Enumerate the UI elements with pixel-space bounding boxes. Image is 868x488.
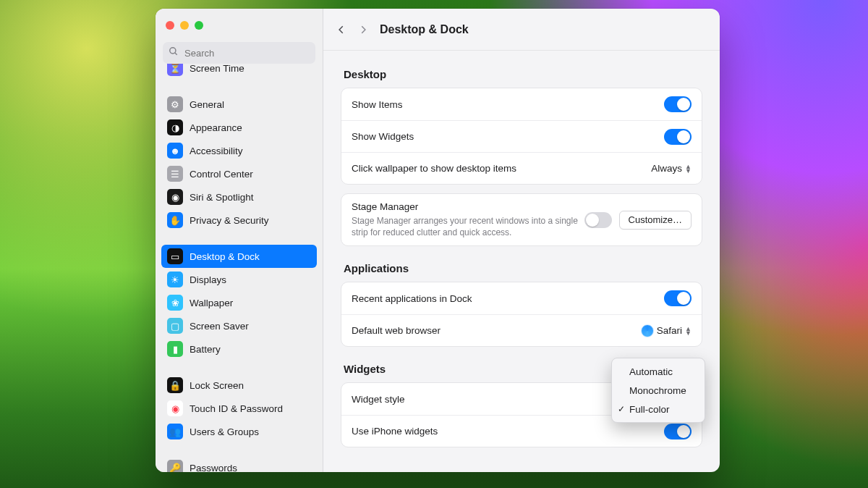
sidebar-item-appearance[interactable]: ◑Appearance [161, 116, 317, 139]
sidebar-item-label: Appearance [190, 122, 242, 133]
sidebar-icon: ☻ [167, 143, 183, 159]
sidebar-item-label: General [190, 99, 224, 110]
sidebar-icon: 🔒 [167, 377, 183, 393]
sidebar-item-users-groups[interactable]: 👥Users & Groups [161, 420, 317, 443]
sidebar-item-passwords[interactable]: 🔑Passwords [161, 456, 317, 472]
row-default-browser: Default web browser Safari ▲▼ [341, 314, 702, 346]
desc-stage-manager: Stage Manager arranges your recent windo… [352, 215, 583, 238]
customize-button[interactable]: Customize… [619, 211, 692, 230]
popup-option-label: Automatic [629, 366, 673, 377]
popup-option-label: Monochrome [629, 385, 686, 396]
sidebar-item-label: Screen Saver [190, 321, 249, 332]
section-title-applications: Applications [344, 262, 699, 274]
select-click-wallpaper[interactable]: Always ▲▼ [651, 163, 692, 174]
sidebar-item-label: Privacy & Security [190, 215, 269, 226]
label-click-wallpaper: Click wallpaper to show desktop items [352, 163, 516, 174]
label-show-widgets: Show Widgets [352, 131, 414, 142]
sidebar-icon: 🔑 [167, 460, 183, 472]
sidebar: ⏳Screen Time⚙General◑Appearance☻Accessib… [156, 9, 323, 472]
sidebar-item-label: Battery [190, 344, 221, 355]
sidebar-icon: ☰ [167, 166, 183, 182]
sidebar-item-accessibility[interactable]: ☻Accessibility [161, 139, 317, 162]
row-recent-apps: Recent applications in Dock [341, 282, 702, 314]
sidebar-icon: ⚙ [167, 96, 183, 112]
sidebar-icon: ▭ [167, 248, 183, 264]
popup-option-automatic[interactable]: Automatic [612, 362, 705, 381]
toggle-use-iphone-widgets[interactable] [664, 424, 692, 439]
section-title-desktop: Desktop [344, 68, 699, 80]
updown-icon: ▲▼ [685, 327, 692, 335]
row-stage-manager: Stage Manager Stage Manager arranges you… [341, 194, 702, 245]
svg-point-0 [170, 48, 176, 54]
sidebar-item-label: Lock Screen [190, 380, 244, 391]
popup-option-label: Full-color [629, 404, 670, 415]
label-show-items: Show Items [352, 99, 403, 110]
sidebar-icon: ◉ [167, 400, 183, 416]
sidebar-nav[interactable]: ⏳Screen Time⚙General◑Appearance☻Accessib… [156, 55, 323, 472]
sidebar-item-touch-id-password[interactable]: ◉Touch ID & Password [161, 397, 317, 420]
sidebar-item-label: Displays [190, 274, 226, 285]
sidebar-icon: ▮ [167, 341, 183, 357]
group-applications: Recent applications in Dock Default web … [341, 282, 702, 347]
search-icon [169, 46, 179, 59]
window-controls [156, 9, 323, 42]
row-show-items: Show Items [341, 88, 702, 120]
page-title: Desktop & Dock [380, 23, 469, 36]
sidebar-item-label: Wallpaper [190, 298, 233, 308]
sidebar-item-desktop-dock[interactable]: ▭Desktop & Dock [161, 245, 317, 268]
minimize-window-button[interactable] [180, 21, 189, 30]
sidebar-item-lock-screen[interactable]: 🔒Lock Screen [161, 374, 317, 397]
label-widget-style: Widget style [352, 394, 405, 405]
label-stage-manager: Stage Manager [352, 201, 583, 212]
sidebar-icon: ◉ [167, 189, 183, 205]
sidebar-item-label: Accessibility [190, 146, 243, 156]
sidebar-icon: ✋ [167, 212, 183, 228]
sidebar-item-wallpaper[interactable]: ❀Wallpaper [161, 291, 317, 314]
sidebar-item-label: Passwords [190, 463, 237, 473]
label-recent-apps: Recent applications in Dock [352, 293, 472, 304]
sidebar-icon: 👥 [167, 424, 183, 439]
select-default-browser[interactable]: Safari ▲▼ [641, 324, 692, 337]
titlebar: Desktop & Dock [323, 9, 720, 51]
sidebar-item-screen-saver[interactable]: ▢Screen Saver [161, 314, 317, 337]
toggle-recent-apps[interactable] [664, 290, 692, 306]
sidebar-item-siri-spotlight[interactable]: ◉Siri & Spotlight [161, 185, 317, 209]
sidebar-item-label: Users & Groups [190, 426, 259, 437]
sidebar-item-displays[interactable]: ☀Displays [161, 268, 317, 291]
row-click-wallpaper: Click wallpaper to show desktop items Al… [341, 152, 702, 184]
sidebar-item-privacy-security[interactable]: ✋Privacy & Security [161, 209, 317, 232]
popup-option-full-color[interactable]: ✓Full-color [612, 400, 705, 418]
zoom-window-button[interactable] [195, 21, 203, 30]
svg-line-1 [175, 53, 177, 55]
toggle-stage-manager[interactable] [584, 212, 612, 228]
sidebar-item-label: Siri & Spotlight [190, 192, 254, 203]
label-default-browser: Default web browser [352, 325, 441, 336]
sidebar-item-general[interactable]: ⚙General [161, 93, 317, 116]
close-window-button[interactable] [166, 21, 174, 30]
sidebar-icon: ▢ [167, 318, 183, 334]
toggle-show-widgets[interactable] [664, 129, 692, 145]
sidebar-icon: ❀ [167, 295, 183, 311]
sidebar-item-label: Touch ID & Password [190, 403, 283, 414]
toggle-show-items[interactable] [664, 96, 692, 112]
widget-style-popup[interactable]: AutomaticMonochrome✓Full-color [611, 358, 705, 423]
search-input[interactable] [163, 42, 315, 64]
group-stage-manager: Stage Manager Stage Manager arranges you… [341, 193, 702, 246]
group-desktop: Show Items Show Widgets Click wallpaper … [341, 88, 702, 185]
popup-option-monochrome[interactable]: Monochrome [612, 381, 705, 400]
check-icon: ✓ [618, 404, 625, 414]
sidebar-item-label: Control Center [190, 169, 253, 180]
row-show-widgets: Show Widgets [341, 120, 702, 152]
back-button[interactable] [336, 23, 346, 36]
sidebar-icon: ☀ [167, 272, 183, 287]
label-use-iphone-widgets: Use iPhone widgets [352, 426, 438, 437]
updown-icon: ▲▼ [685, 164, 692, 173]
sidebar-icon: ◑ [167, 119, 183, 135]
sidebar-item-control-center[interactable]: ☰Control Center [161, 162, 317, 185]
sidebar-item-battery[interactable]: ▮Battery [161, 337, 317, 361]
safari-icon [641, 324, 654, 337]
sidebar-item-label: Desktop & Dock [190, 251, 260, 262]
forward-button[interactable] [358, 23, 368, 36]
